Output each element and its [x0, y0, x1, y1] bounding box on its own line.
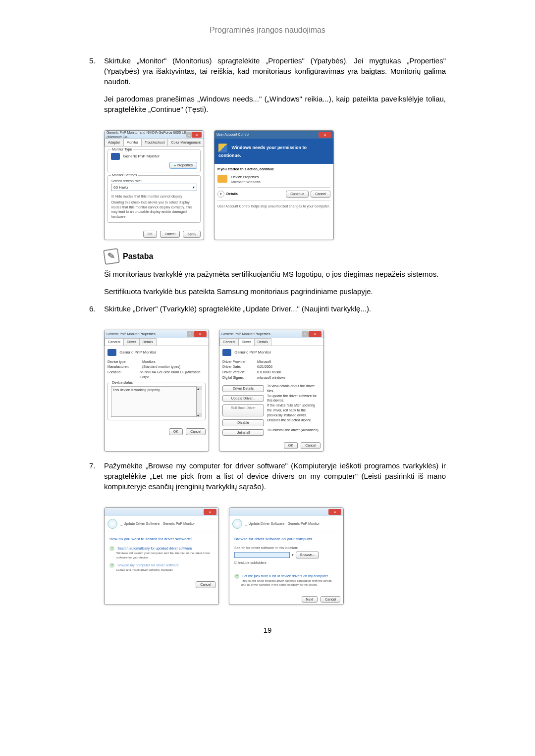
chevron-down-icon[interactable]: ▾	[217, 191, 224, 198]
details-label[interactable]: Details	[226, 192, 238, 197]
step-5: 5. Skirtuke „Monitor" (Monitorius) sprag…	[89, 55, 446, 121]
uac-started-text: If you started this action, continue.	[217, 167, 330, 172]
figure-row: Generic PnP Monitor and NVIDIA GeForce 6…	[104, 130, 446, 240]
properties-button[interactable]: ● Properties	[169, 162, 197, 169]
monitor-icon	[107, 349, 116, 356]
cancel-button[interactable]: Cancel	[301, 442, 321, 449]
page-header: Programinės įrangos naudojimas	[89, 25, 446, 36]
tab-strip: General Driver Details	[105, 338, 209, 346]
back-button[interactable]	[107, 519, 117, 529]
ok-button[interactable]: OK	[143, 231, 157, 238]
dialog-device-properties-general: Generic PnP Monitor Properties ? × Gener…	[104, 330, 209, 452]
dialog-update-driver-search: × ⎯ Update Driver Software - Generic PnP…	[104, 507, 219, 605]
close-icon[interactable]: ×	[194, 331, 207, 337]
close-icon[interactable]: ×	[309, 331, 321, 337]
step-7: 7. Pažymėkite „Browse my computer for dr…	[89, 460, 446, 499]
location-label: Search for driver software in this locat…	[234, 546, 338, 551]
cancel-button[interactable]: Cancel	[186, 428, 206, 435]
hide-modes-desc: Clearing this check box allows you to se…	[111, 200, 197, 219]
close-icon[interactable]: ×	[328, 509, 341, 515]
step-text: Skirtuke „Monitor" (Monitorius) spragtel…	[104, 55, 446, 87]
location-input[interactable]	[234, 552, 290, 558]
arrow-icon	[234, 574, 239, 579]
breadcrumb: Update Driver Software - Generic PnP Mon…	[248, 522, 320, 525]
dialog-monitor-settings: Generic PnP Monitor and NVIDIA GeForce 6…	[104, 130, 204, 240]
option-pick-from-list[interactable]: Let me pick from a list of device driver…	[234, 573, 338, 587]
back-button[interactable]	[232, 519, 242, 529]
wizard-question: How do you want to search for driver sof…	[109, 536, 214, 542]
tab-color-management[interactable]: Color Management	[167, 139, 204, 146]
ok-button[interactable]: OK	[169, 428, 183, 435]
uac-program: Device Properties	[231, 175, 261, 180]
minimize-icon[interactable]: –	[186, 132, 192, 138]
step-number: 7.	[89, 460, 104, 499]
checkbox-icon[interactable]: ☑	[234, 561, 237, 564]
step-number: 6.	[89, 303, 104, 321]
monitor-icon	[222, 349, 231, 356]
titlebar: Generic PnP Monitor and NVIDIA GeForce 6…	[105, 131, 204, 139]
tab-general[interactable]: General	[219, 338, 239, 346]
group-title: Monitor Type	[111, 147, 133, 152]
cancel-button[interactable]: Cancel	[321, 596, 340, 603]
hide-modes-label: Hide modes that this monitor cannot disp…	[115, 195, 182, 198]
option-search-automatically[interactable]: Search automatically for updated driver …	[109, 546, 214, 559]
update-driver-button[interactable]: Update Driver...	[222, 395, 264, 402]
uac-footer: User Account Control helps stop unauthor…	[217, 204, 330, 209]
cancel-button[interactable]: Cancel	[160, 231, 180, 238]
ok-button[interactable]: OK	[284, 442, 298, 449]
apply-button[interactable]: Apply	[183, 231, 201, 238]
help-icon[interactable]: ?	[302, 331, 309, 337]
tab-monitor[interactable]: Monitor	[123, 139, 142, 146]
continue-button[interactable]: Continue	[286, 191, 309, 198]
titlebar: User Account Control ×	[214, 131, 333, 139]
cancel-button[interactable]: Cancel	[196, 581, 215, 588]
uninstall-button[interactable]: Uninstall	[222, 429, 264, 436]
step-text: Skirtuke „Driver" (Tvarkyklė) spragtelėk…	[104, 303, 446, 314]
close-icon[interactable]: ×	[319, 132, 331, 138]
window-title: User Account Control	[216, 132, 249, 137]
group-title: Monitor Settings	[111, 173, 138, 178]
tab-details[interactable]: Details	[254, 338, 271, 346]
wizard-heading: Browse for driver software on your compu…	[234, 536, 338, 542]
help-icon[interactable]: ?	[187, 331, 194, 337]
tab-general[interactable]: General	[105, 338, 124, 346]
dialog-device-properties-driver: Generic PnP Monitor Properties ? × Gener…	[219, 330, 324, 452]
tab-strip: Adapter Monitor Troubleshoot Color Manag…	[105, 139, 204, 147]
arrow-icon	[109, 563, 114, 568]
tab-troubleshoot[interactable]: Troubleshoot	[141, 139, 168, 146]
checkbox-icon[interactable]: ☑	[111, 195, 114, 198]
refresh-rate-dropdown[interactable]: 60 Hertz▾	[111, 184, 197, 191]
titlebar: ×	[229, 508, 343, 516]
rollback-driver-button[interactable]: Roll Back Driver	[222, 404, 264, 416]
titlebar: Generic PnP Monitor Properties ? ×	[105, 330, 209, 338]
step-text: Jei parodomas pranešimas „Windows needs.…	[104, 94, 446, 114]
tab-driver[interactable]: Driver	[238, 338, 255, 346]
disable-button[interactable]: Disable	[222, 419, 264, 426]
group-monitor-settings: Monitor Settings Screen refresh rate: 60…	[107, 175, 201, 223]
monitor-icon	[111, 153, 120, 160]
uac-banner: Windows needs your permission to contion…	[214, 139, 333, 164]
device-name: Generic PnP Monitor	[119, 350, 156, 354]
window-title: Generic PnP Monitor Properties	[221, 332, 270, 337]
tab-adapter[interactable]: Adapter	[105, 139, 124, 146]
close-icon[interactable]: ×	[192, 132, 202, 138]
step-number: 5.	[89, 55, 104, 121]
group-device-status: Device status This device is working pro…	[107, 383, 206, 420]
program-icon	[217, 175, 227, 183]
browse-button[interactable]: Browse...	[296, 552, 319, 558]
next-button[interactable]: Next	[302, 596, 318, 603]
step-text: Pažymėkite „Browse my computer for drive…	[104, 460, 446, 492]
scrollbar[interactable]: ▴▾	[197, 386, 202, 417]
driver-details-button[interactable]: Driver Details	[222, 385, 264, 392]
note-text: Sertifikuota tvarkyklė bus pateikta Sams…	[104, 286, 446, 297]
cancel-button[interactable]: Cancel	[311, 191, 330, 198]
note-icon: ✎	[103, 248, 120, 265]
titlebar: ×	[105, 508, 218, 516]
option-browse-computer[interactable]: Browse my computer for driver software L…	[109, 562, 214, 572]
close-icon[interactable]: ×	[204, 509, 216, 515]
window-title: Generic PnP Monitor Properties	[107, 332, 156, 337]
tab-details[interactable]: Details	[139, 338, 157, 346]
figure-row: × ⎯ Update Driver Software - Generic PnP…	[104, 507, 446, 605]
shield-icon	[218, 144, 227, 152]
tab-driver[interactable]: Driver	[123, 338, 140, 346]
